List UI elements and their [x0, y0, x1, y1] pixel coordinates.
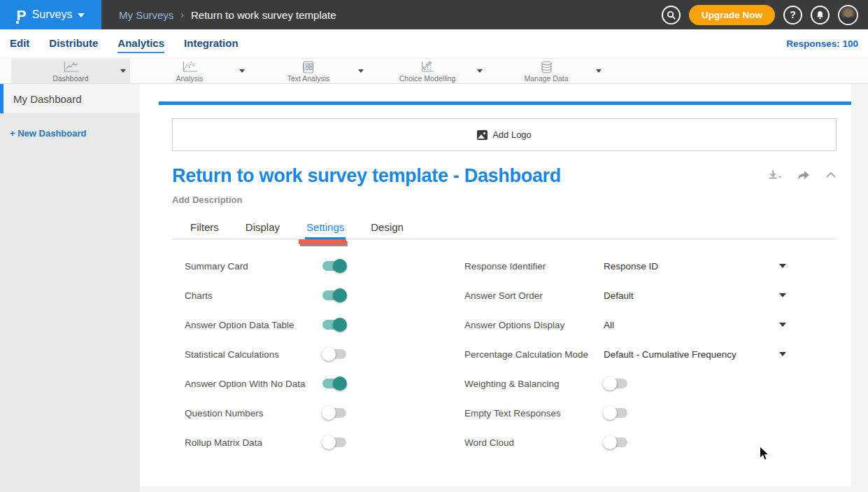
scatter-chart-icon [399, 61, 456, 73]
breadcrumb: My Surveys › Return to work survey templ… [119, 9, 336, 21]
setting-row: Charts [185, 281, 464, 310]
toolbar-dashboard[interactable]: Dashboard [11, 59, 130, 83]
question-numbers-toggle[interactable] [322, 408, 346, 418]
setting-row: Empty Text Responses [464, 398, 786, 428]
tab-settings[interactable]: Settings [305, 217, 346, 239]
dashboard-sidebar: My Dashboard + New Dashboard [0, 84, 140, 492]
tab-filters[interactable]: Filters [189, 217, 220, 239]
top-header: P Surveys My Surveys › Return to work su… [0, 0, 868, 29]
settings-panel: Summary Card Charts Answer Option Data T… [172, 251, 837, 471]
page-title[interactable]: Return to work survey template - Dashboa… [172, 165, 561, 187]
database-icon [524, 61, 568, 73]
breadcrumb-separator: › [180, 9, 184, 20]
add-logo-dropzone[interactable]: Add Logo [172, 118, 837, 151]
statistical-calculations-toggle[interactable] [322, 349, 346, 359]
answer-option-data-table-toggle[interactable] [322, 320, 346, 330]
setting-row: Percentage Calculation Mode Default - Cu… [464, 339, 786, 369]
answer-sort-order-select[interactable]: Default [604, 290, 634, 301]
setting-row: Statistical Calculations [185, 339, 464, 369]
product-name: Surveys [32, 8, 73, 21]
setting-row: Answer Option Data Table [185, 310, 464, 339]
breadcrumb-current: Return to work survey template [191, 9, 336, 21]
panel-accent-bar [159, 101, 851, 105]
search-icon [667, 10, 676, 20]
toolbar-manage-data[interactable]: Manage Data [487, 59, 606, 83]
rollup-matrix-data-toggle[interactable] [322, 437, 346, 447]
chevron-down-icon[interactable] [779, 323, 786, 327]
share-icon[interactable] [797, 169, 811, 181]
weighting-balancing-toggle[interactable] [604, 379, 627, 388]
setting-row: Question Numbers [185, 398, 464, 428]
setting-row: Summary Card [185, 251, 464, 281]
dashboard-tabs: Filters Display Settings Design [172, 217, 837, 239]
nav-distribute[interactable]: Distribute [49, 34, 98, 53]
summary-card-toggle[interactable] [322, 261, 346, 271]
notifications-button[interactable] [811, 6, 830, 24]
bell-icon [816, 10, 825, 20]
product-switcher[interactable]: P Surveys [0, 0, 101, 29]
chevron-down-icon[interactable] [779, 264, 786, 268]
chevron-down-icon[interactable] [779, 293, 786, 297]
line-chart-icon [52, 61, 88, 73]
sidebar-item-my-dashboard[interactable]: My Dashboard [0, 84, 140, 113]
nav-integration[interactable]: Integration [184, 34, 239, 53]
chevron-down-icon[interactable] [596, 69, 602, 73]
setting-row: Answer Sort Order Default [464, 281, 786, 310]
setting-row: Weighting & Balancing [464, 369, 786, 398]
percentage-calculation-mode-select[interactable]: Default - Cumulative Frequency [604, 349, 737, 360]
tab-design[interactable]: Design [369, 217, 405, 239]
setting-row: Answer Option With No Data [185, 369, 464, 398]
image-icon [477, 130, 488, 140]
breadcrumb-parent[interactable]: My Surveys [119, 9, 173, 21]
charts-toggle[interactable] [322, 290, 346, 300]
collapse-chevron-icon[interactable] [825, 171, 837, 179]
brand-logo-icon: P [17, 8, 27, 22]
toolbar-text-analysis[interactable]: Text Analysis [249, 59, 368, 83]
user-avatar[interactable] [838, 5, 858, 25]
question-mark-icon: ? [790, 9, 796, 20]
toolbar-choice-modelling[interactable]: Choice Modelling [368, 59, 487, 83]
search-button[interactable] [662, 6, 681, 24]
nav-edit[interactable]: Edit [10, 34, 29, 53]
upgrade-now-button[interactable]: Upgrade Now [689, 5, 775, 25]
setting-row: Response Identifier Response ID [464, 251, 786, 281]
tab-display[interactable]: Display [244, 217, 281, 239]
setting-row: Answer Options Display All [464, 310, 786, 339]
add-description-field[interactable]: Add Description [172, 195, 837, 205]
setting-row: Word Cloud [464, 428, 786, 457]
toolbar-analysis[interactable]: Analysis [130, 59, 249, 83]
new-dashboard-button[interactable]: + New Dashboard [10, 128, 140, 139]
nav-analytics[interactable]: Analytics [118, 34, 164, 53]
chevron-down-icon[interactable] [358, 69, 364, 73]
empty-text-responses-toggle[interactable] [604, 408, 627, 418]
download-icon[interactable] [768, 169, 782, 181]
help-button[interactable]: ? [783, 6, 802, 24]
chevron-down-icon[interactable] [120, 69, 126, 73]
word-cloud-toggle[interactable] [604, 437, 627, 447]
answer-options-display-select[interactable]: All [604, 320, 614, 330]
trend-chart-icon [176, 61, 203, 73]
chevron-down-icon[interactable] [779, 352, 786, 356]
survey-nav: Edit Distribute Analytics Integration Re… [0, 29, 868, 58]
answer-option-with-no-data-toggle[interactable] [322, 379, 346, 388]
chevron-down-icon[interactable] [477, 69, 483, 73]
analytics-toolbar: Dashboard Analysis Text Analysis Choice … [0, 58, 868, 84]
red-annotation-marker [299, 239, 346, 244]
dashboard-panel: Add Logo Return to work survey template … [140, 84, 851, 486]
chevron-down-icon [78, 13, 85, 17]
setting-row: Rollup Matrix Data [185, 428, 464, 457]
response-identifier-select[interactable]: Response ID [604, 261, 658, 272]
responses-count[interactable]: Responses: 100 [786, 38, 858, 49]
document-grid-icon [287, 61, 330, 73]
chevron-down-icon[interactable] [239, 69, 245, 73]
